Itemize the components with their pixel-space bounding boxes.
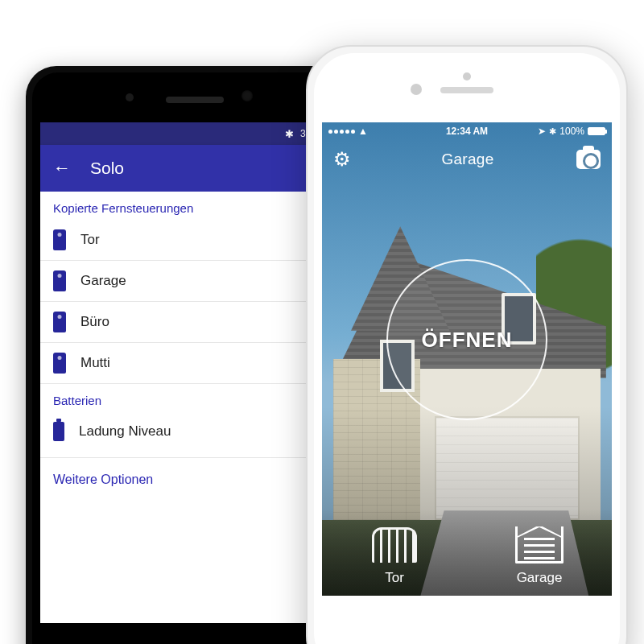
garage-door-icon	[435, 416, 580, 520]
ios-nav-bar: ⚙ Garage	[322, 140, 612, 179]
android-list: Kopierte Fernsteuerungen Tor Garage Büro…	[40, 192, 349, 497]
open-button-label: ÖFFNEN	[422, 328, 513, 353]
android-status-bar: ✱ 3G	[40, 122, 349, 145]
statusbar-time: 12:34 AM	[446, 126, 488, 137]
ios-bezel: ▲ 12:34 AM ➤ ✱ 100% ⚙ Garage ÖFFNEN	[314, 53, 620, 644]
remote-row-label: Mutti	[80, 355, 110, 371]
tab-garage[interactable]: Garage	[467, 509, 612, 596]
remote-row-mutti[interactable]: Mutti	[40, 343, 349, 384]
back-arrow-icon[interactable]: ←	[53, 159, 71, 177]
battery-row-level[interactable]: Ladung Niveau	[40, 412, 349, 451]
remote-row-garage[interactable]: Garage	[40, 261, 349, 302]
garage-icon	[514, 525, 564, 565]
remote-row-buero[interactable]: Büro	[40, 302, 349, 343]
ios-screen: ▲ 12:34 AM ➤ ✱ 100% ⚙ Garage ÖFFNEN	[322, 122, 612, 596]
ios-front-camera	[411, 84, 422, 95]
remote-row-label: Tor	[80, 232, 100, 248]
battery-icon	[588, 127, 605, 135]
tab-tor[interactable]: Tor	[322, 509, 467, 596]
section-header-remotes: Kopierte Fernsteuerungen	[40, 192, 349, 220]
signal-dots-icon	[328, 130, 355, 134]
remote-row-label: Büro	[80, 314, 109, 330]
ios-earpiece	[440, 87, 493, 93]
tab-label: Garage	[517, 570, 563, 586]
ios-status-bar: ▲ 12:34 AM ➤ ✱ 100%	[322, 122, 612, 140]
remote-icon	[53, 312, 66, 332]
ios-phone-frame: ▲ 12:34 AM ➤ ✱ 100% ⚙ Garage ÖFFNEN	[306, 45, 628, 644]
tab-label: Tor	[385, 570, 404, 586]
section-header-batteries: Batterien	[40, 384, 349, 412]
bluetooth-icon: ✱	[285, 128, 294, 140]
remote-icon	[53, 229, 66, 250]
ios-bottom-tabs: Tor Garage	[322, 509, 612, 596]
android-app-bar: ← Solo	[40, 145, 349, 192]
ios-sensor-dot	[463, 72, 471, 80]
more-options-link[interactable]: Weitere Optionen	[40, 457, 349, 497]
remote-row-tor[interactable]: Tor	[40, 220, 349, 261]
app-bar-title: Solo	[90, 159, 124, 178]
location-arrow-icon: ➤	[538, 126, 546, 137]
battery-level-icon	[53, 422, 64, 441]
nav-title: Garage	[359, 151, 576, 168]
android-screen: ✱ 3G ← Solo Kopierte Fernsteuerungen Tor…	[40, 122, 349, 623]
statusbar-battery-text: 100%	[559, 126, 584, 137]
android-sensor-dot	[126, 93, 134, 101]
camera-icon[interactable]	[576, 150, 601, 169]
battery-row-label: Ladung Niveau	[79, 423, 171, 440]
android-earpiece	[166, 97, 224, 103]
remote-icon	[53, 353, 66, 374]
remote-row-label: Garage	[80, 273, 126, 289]
wifi-icon: ▲	[358, 126, 368, 137]
remote-icon	[53, 270, 66, 291]
android-front-camera	[242, 90, 253, 101]
gate-icon	[369, 525, 419, 565]
settings-gear-icon[interactable]: ⚙	[333, 148, 359, 171]
bluetooth-icon: ✱	[549, 126, 556, 137]
open-button[interactable]: ÖFFNEN	[386, 259, 547, 420]
